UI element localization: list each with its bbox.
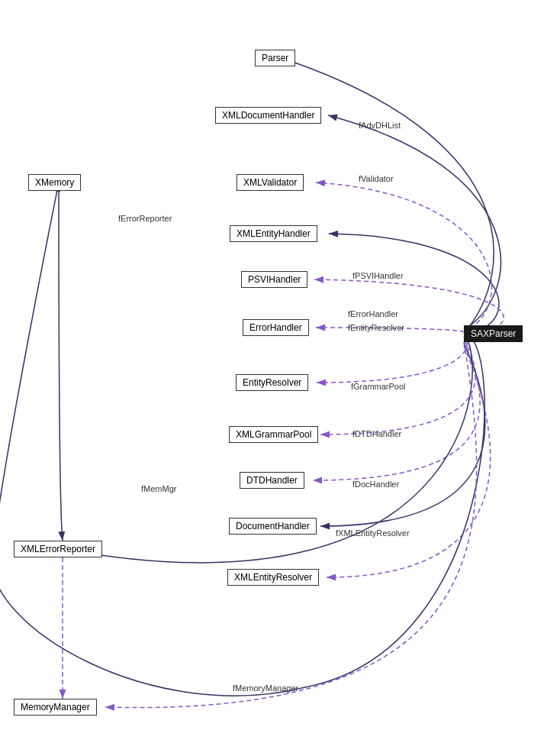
- errorhandler-label: ErrorHandler: [249, 322, 302, 333]
- xmlentityresolver-label: XMLEntityResolver: [234, 572, 312, 583]
- documenthandler-node: DocumentHandler: [229, 518, 317, 535]
- entityresolver-node: EntityResolver: [236, 374, 308, 391]
- parser-label: Parser: [262, 53, 288, 63]
- xmemory-node: XMemory: [28, 174, 81, 191]
- label-fDTDHandler: fDTDHandler: [352, 429, 401, 438]
- xmlgrammarpool-label: XMLGrammarPool: [236, 429, 311, 440]
- label-fMemoryManager: fMemoryManager: [233, 683, 298, 693]
- xmlerrorreporter-node: XMLErrorReporter: [14, 541, 102, 557]
- psvihandler-node: PSVIHandler: [241, 271, 307, 288]
- errorhandler-node: ErrorHandler: [243, 319, 309, 336]
- label-fEntityResolver: fEntityResolver: [348, 323, 404, 332]
- saxparser-node: SAXParser: [464, 325, 523, 342]
- label-fDocHandler: fDocHandler: [352, 480, 399, 489]
- documenthandler-label: DocumentHandler: [236, 521, 310, 531]
- label-fGrammarPool: fGrammarPool: [351, 382, 406, 391]
- psvihandler-label: PSVIHandler: [248, 274, 301, 285]
- xmlvalidator-label: XMLValidator: [243, 177, 297, 188]
- dtdhandler-label: DTDHandler: [246, 475, 298, 486]
- label-fErrorReporter: fErrorReporter: [118, 214, 172, 223]
- saxparser-label: SAXParser: [471, 328, 516, 339]
- xmlgrammarpool-node: XMLGrammarPool: [229, 426, 318, 443]
- label-fPSVIHandler: fPSVIHandler: [352, 271, 404, 280]
- xmldocumenthandler-node: XMLDocumentHandler: [215, 107, 321, 124]
- xmlvalidator-node: XMLValidator: [237, 174, 304, 191]
- memorymanager-label: MemoryManager: [21, 702, 90, 712]
- xmlentityhandler-label: XMLEntityHandler: [237, 228, 311, 239]
- label-fAdvDHList: fAdvDHList: [359, 121, 401, 130]
- xmlentityresolver-node: XMLEntityResolver: [227, 569, 319, 586]
- xmlerrorreporter-label: XMLErrorReporter: [21, 544, 95, 554]
- parser-node: Parser: [255, 50, 295, 66]
- xmemory-label: XMemory: [35, 177, 74, 188]
- xmldocumenthandler-label: XMLDocumentHandler: [222, 110, 314, 121]
- label-fMemMgr: fMemMgr: [141, 484, 176, 493]
- memorymanager-node: MemoryManager: [14, 699, 97, 716]
- dtdhandler-node: DTDHandler: [240, 472, 304, 489]
- xmlentityhandler-node: XMLEntityHandler: [230, 225, 317, 242]
- entityresolver-label: EntityResolver: [243, 377, 301, 388]
- label-fValidator: fValidator: [359, 174, 394, 183]
- label-fErrorHandler: fErrorHandler: [348, 309, 398, 318]
- label-fXMLEntityResolver: fXMLEntityResolver: [336, 528, 410, 538]
